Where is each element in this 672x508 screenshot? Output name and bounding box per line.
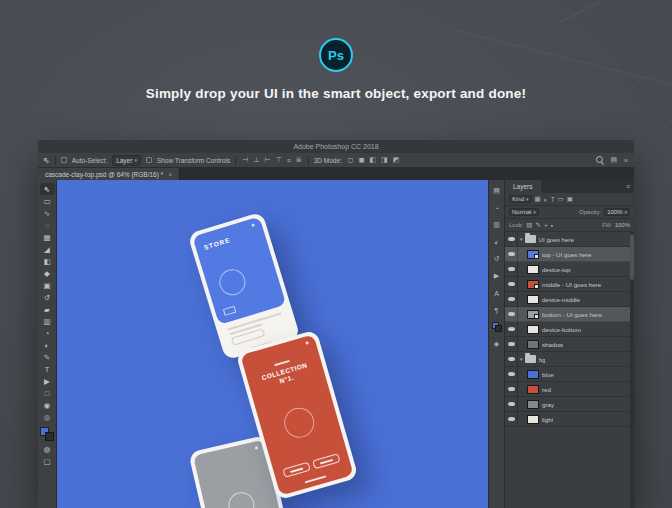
type-tool-icon[interactable]: T (40, 363, 55, 375)
mode-icon-2[interactable]: ◧ (368, 156, 377, 164)
marquee-tool-icon[interactable]: ▭ (40, 195, 55, 207)
color-panel-swatch[interactable] (492, 322, 502, 332)
properties-panel-icon[interactable]: ▤ (491, 186, 503, 196)
color-swatches[interactable] (40, 427, 54, 441)
opacity-dropdown[interactable]: 100% ▾ (604, 208, 630, 216)
layer-visibility-toggle[interactable] (505, 412, 518, 426)
layer-visibility-toggle[interactable] (505, 307, 518, 321)
filter-type-layers-icon[interactable]: T (551, 196, 555, 203)
layer-row-middle-ui-goes-here[interactable]: middle - UI goes here (505, 277, 634, 292)
move-tool-icon[interactable]: ⇖ (40, 183, 55, 195)
blend-mode-dropdown[interactable]: Normal ▾ (509, 208, 539, 216)
layer-visibility-toggle[interactable] (505, 382, 518, 396)
layer-visibility-toggle[interactable] (505, 367, 518, 381)
history-brush-tool-icon[interactable]: ↺ (40, 291, 55, 303)
group-expand-arrow-icon[interactable]: ▾ (520, 356, 523, 362)
scrollbar-thumb[interactable] (630, 234, 634, 280)
layer-row-bg[interactable]: ▾bg (505, 352, 634, 367)
tab-layers[interactable]: Layers (505, 180, 541, 193)
layer-visibility-toggle[interactable] (505, 322, 518, 336)
crop-tool-icon[interactable]: ▦ (40, 231, 55, 243)
layers-scrollbar[interactable] (630, 232, 634, 508)
layer-row-gray[interactable]: gray (505, 397, 634, 412)
paragraph-panel-icon[interactable]: ¶ (491, 305, 503, 315)
quick-mask-mode-icon[interactable]: ◍ (40, 443, 55, 455)
overflow-chevron-icon[interactable]: » (623, 157, 629, 164)
mode-icon-1[interactable]: ◼ (358, 156, 366, 164)
group-expand-arrow-icon[interactable]: ▾ (520, 236, 523, 242)
move-tool-indicator-icon[interactable]: ⇖ (43, 156, 50, 165)
pen-tool-icon[interactable]: ✎ (40, 351, 55, 363)
layer-row-device-middle[interactable]: device-middle (505, 292, 634, 307)
layer-visibility-toggle[interactable] (505, 277, 518, 291)
mode-icon-4[interactable]: ◩ (392, 156, 401, 164)
eraser-tool-icon[interactable]: ▰ (40, 303, 55, 315)
gradient-tool-icon[interactable]: ▥ (40, 315, 55, 327)
layer-visibility-toggle[interactable] (505, 247, 518, 261)
align-icon-3[interactable]: ⊤ (275, 156, 283, 164)
blur-tool-icon[interactable]: ◔ (40, 327, 55, 339)
history-panel-icon[interactable]: ↺ (491, 254, 503, 264)
lock-all-icon[interactable]: ▪ (551, 222, 553, 229)
rectangle-tool-icon[interactable]: □ (40, 387, 55, 399)
lock-image-pixels-icon[interactable]: ✎ (536, 221, 541, 229)
workspace-icon[interactable]: ▤ (609, 156, 618, 164)
zoom-tool-icon[interactable]: ◎ (40, 411, 55, 423)
layer-visibility-toggle[interactable] (505, 232, 518, 246)
hand-tool-icon[interactable]: ◉ (40, 399, 55, 411)
auto-select-checkbox[interactable] (61, 157, 67, 163)
align-icon-0[interactable]: ⊣ (241, 156, 249, 164)
layer-row-top-ui-goes-here[interactable]: top - UI goes here (505, 247, 634, 262)
filter-smart-objects-icon[interactable]: ▣ (567, 195, 573, 203)
screen-mode-icon[interactable]: ▢ (40, 455, 55, 467)
layer-row-device-bottom[interactable]: device-bottom (505, 322, 634, 337)
align-icon-5[interactable]: ≣ (295, 156, 303, 164)
dodge-tool-icon[interactable]: ◐ (40, 339, 55, 351)
layer-visibility-toggle[interactable] (505, 292, 518, 306)
lock-transparent-pixels-icon[interactable]: ▨ (526, 221, 532, 229)
layer-row-bottom-ui-goes-here[interactable]: bottom - UI goes here (505, 307, 634, 322)
adjustments-panel-icon[interactable]: ◔ (491, 203, 503, 213)
lasso-tool-icon[interactable]: ∿ (40, 207, 55, 219)
align-icon-4[interactable]: ≡ (286, 157, 292, 164)
layer-visibility-toggle[interactable] (505, 262, 518, 276)
filter-adjustment-layers-icon[interactable]: ◐ (544, 196, 548, 203)
document-tab[interactable]: cascade-clay-top.psd @ 64% (RGB/16) * × (38, 168, 180, 180)
background-color-swatch[interactable] (45, 432, 54, 441)
align-icon-1[interactable]: ⊥ (252, 156, 260, 164)
histogram-panel-icon[interactable]: ◐ (491, 237, 503, 247)
align-icon-2[interactable]: ⊢ (263, 156, 271, 164)
layer-visibility-toggle[interactable] (505, 352, 518, 366)
search-icon[interactable] (596, 156, 604, 164)
lock-position-icon[interactable]: + (544, 222, 548, 229)
quick-selection-tool-icon[interactable]: ◌ (40, 219, 55, 231)
filter-kind-dropdown[interactable]: Kind ▾ (509, 195, 532, 203)
mode-icon-0[interactable]: ◻ (347, 156, 355, 164)
layer-row-device-top[interactable]: device-top (505, 262, 634, 277)
filter-pixel-layers-icon[interactable]: ▦ (535, 195, 541, 203)
document-canvas[interactable]: STORE COLL (57, 180, 488, 508)
tab-close-icon[interactable]: × (168, 171, 172, 178)
layer-row-shadow[interactable]: shadow (505, 337, 634, 352)
eyedropper-tool-icon[interactable]: ◢ (40, 243, 55, 255)
info-panel-icon[interactable]: ◈ (491, 339, 503, 349)
auto-select-dropdown[interactable]: Layer ▾ (112, 155, 141, 166)
actions-panel-icon[interactable]: ▶ (491, 271, 503, 281)
layers-filter-row: Kind ▾ ▦◐T▭▣ (505, 193, 634, 206)
mode-icon-3[interactable]: ◨ (380, 156, 389, 164)
healing-brush-tool-icon[interactable]: ◧ (40, 255, 55, 267)
layer-visibility-toggle[interactable] (505, 397, 518, 411)
filter-shape-layers-icon[interactable]: ▭ (558, 195, 564, 203)
path-selection-tool-icon[interactable]: ▶ (40, 375, 55, 387)
panel-menu-icon[interactable]: ≡ (622, 180, 634, 193)
layer-row-ui-goes-here[interactable]: ▾UI goes here (505, 232, 634, 247)
brush-tool-icon[interactable]: ◆ (40, 267, 55, 279)
show-transform-controls-checkbox[interactable] (146, 157, 152, 163)
layer-visibility-toggle[interactable] (505, 337, 518, 351)
character-panel-icon[interactable]: A (491, 288, 503, 298)
layer-row-red[interactable]: red (505, 382, 634, 397)
libraries-panel-icon[interactable]: ▥ (491, 220, 503, 230)
layer-row-light[interactable]: light (505, 412, 634, 427)
clone-stamp-tool-icon[interactable]: ▣ (40, 279, 55, 291)
layer-row-blue[interactable]: blue (505, 367, 634, 382)
